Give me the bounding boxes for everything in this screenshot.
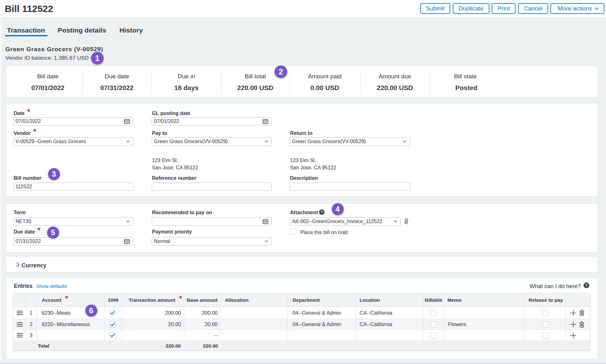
svg-text:?: ? [321, 210, 323, 215]
svg-text:?: ? [585, 283, 588, 288]
